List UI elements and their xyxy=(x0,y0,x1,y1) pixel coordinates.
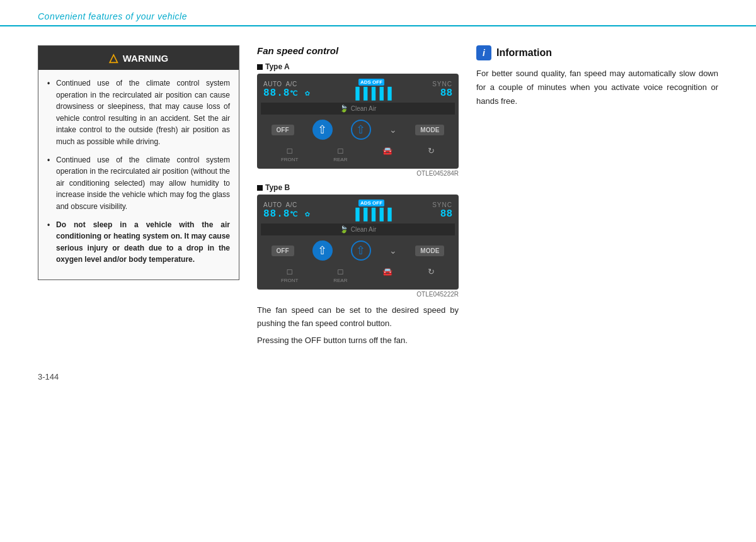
type-a-label: Type A xyxy=(257,62,459,71)
front-label-b: FRONT xyxy=(281,278,299,283)
panel-display-right-b: 88 xyxy=(440,208,452,220)
rear-btn-b: □ REAR xyxy=(333,267,347,283)
main-content: △ WARNING Continued use of the climate c… xyxy=(0,26,756,366)
type-a-square-icon xyxy=(257,64,263,70)
mode-button-b: MODE xyxy=(415,246,444,256)
warning-text-1: Continued use of the climate control sys… xyxy=(56,79,230,146)
leaf-icon-b: 🍃 xyxy=(340,225,348,234)
front-btn-b: □ FRONT xyxy=(281,267,299,283)
front-icon-a: □ xyxy=(287,146,292,155)
page-header: Convenient features of your vehicle xyxy=(0,0,756,26)
warning-triangle-icon: △ xyxy=(109,51,118,65)
chevron-down-b: ⌄ xyxy=(389,246,397,256)
panel-right-section-b: SYNC 88 xyxy=(432,201,452,220)
info-body: For better sound quality, fan speed may … xyxy=(476,67,718,108)
panel-left-section-a: AUTO A/C 88.8℃ ✿ xyxy=(263,81,311,99)
panel-center-top-b: ADS OFF ▐▐▐▐▐ xyxy=(352,200,392,221)
off-button-b: OFF xyxy=(272,246,294,256)
auto-ac-label-a: AUTO A/C xyxy=(263,81,297,88)
panel-display-right-a: 88 xyxy=(440,88,452,99)
clean-air-label-b: Clean Air xyxy=(351,226,377,233)
off-button-a: OFF xyxy=(272,125,294,135)
right-column: i Information For better sound quality, … xyxy=(476,45,718,108)
panel-buttons-row-b: OFF ⇧ ⇧ ⌄ MODE xyxy=(261,238,455,263)
rear-label-b: REAR xyxy=(333,278,347,283)
otle-ref-a: OTLE045284R xyxy=(257,170,459,177)
warning-title: WARNING xyxy=(123,53,169,64)
panel-bottom-row-a: □ FRONT □ REAR 🚘 ↻ xyxy=(261,145,455,164)
panel-top-row-a: AUTO A/C 88.8℃ ✿ ADS OFF ▐▐▐▐▐ SYNC 88 xyxy=(261,79,455,100)
panel-display-left-b: 88.8℃ ✿ xyxy=(263,208,311,220)
ads-off-badge-b: ADS OFF xyxy=(358,200,384,206)
mid-column: Fan speed control Type A AUTO A/C 88.8℃ … xyxy=(257,45,459,347)
rear-icon-a: □ xyxy=(338,146,343,155)
type-a-text: Type A xyxy=(265,62,290,71)
front-icon-b: □ xyxy=(287,267,292,276)
rear-icon-b: □ xyxy=(338,267,343,276)
fan-down-btn-b: ⇧ xyxy=(351,240,371,261)
warning-header: △ WARNING xyxy=(38,46,239,70)
clean-air-row-b: 🍃 Clean Air xyxy=(261,223,455,235)
recirculate-btn-a: ↻ xyxy=(428,146,435,162)
panel-left-section-b: AUTO A/C 88.8℃ ✿ xyxy=(263,201,311,220)
fan-up-btn-b: ⇧ xyxy=(312,240,333,261)
panel-display-left-a: 88.8℃ ✿ xyxy=(263,88,311,99)
page-footer: 3-144 xyxy=(0,366,756,388)
panel-center-top-a: ADS OFF ▐▐▐▐▐ xyxy=(352,79,392,100)
page-title: Convenient features of your vehicle xyxy=(38,11,718,25)
car-icon-a: 🚘 xyxy=(382,146,392,162)
leaf-icon-a: 🍃 xyxy=(340,104,348,113)
left-column: △ WARNING Continued use of the climate c… xyxy=(38,45,239,280)
warning-item-2: Continued use of the climate control sys… xyxy=(47,154,230,213)
fan-speed-description-2: Pressing the OFF button turns off the fa… xyxy=(257,334,459,347)
recirculate-icon-a: ↻ xyxy=(428,146,435,155)
warning-item-1: Continued use of the climate control sys… xyxy=(47,77,230,148)
auto-ac-label-b: AUTO A/C xyxy=(263,201,297,208)
car-symbol-a: 🚘 xyxy=(382,146,392,155)
warning-text-2: Continued use of the climate control sys… xyxy=(56,155,230,211)
rear-label-a: REAR xyxy=(333,157,347,162)
climate-panel-b: AUTO A/C 88.8℃ ✿ ADS OFF ▐▐▐▐▐ SYNC 88 🍃… xyxy=(257,195,459,290)
chevron-down-a: ⌄ xyxy=(389,125,397,135)
info-icon: i xyxy=(476,45,491,60)
sync-label-b: SYNC xyxy=(432,201,452,208)
warning-item-3: Do not sleep in a vehicle with the air c… xyxy=(47,219,230,266)
info-title: Information xyxy=(496,47,552,59)
type-b-square-icon xyxy=(257,185,263,191)
warning-body: Continued use of the climate control sys… xyxy=(38,70,239,279)
car-icon-b: 🚘 xyxy=(382,267,392,283)
car-symbol-b: 🚘 xyxy=(382,267,392,276)
fan-speed-title: Fan speed control xyxy=(257,45,459,56)
fan-down-btn-a: ⇧ xyxy=(351,120,371,140)
front-btn-a: □ FRONT xyxy=(281,146,299,162)
panel-right-section-a: SYNC 88 xyxy=(432,81,452,99)
ads-off-badge-a: ADS OFF xyxy=(358,79,384,86)
otle-ref-b: OTLE045222R xyxy=(257,291,459,298)
panel-top-row-b: AUTO A/C 88.8℃ ✿ ADS OFF ▐▐▐▐▐ SYNC 88 xyxy=(261,200,455,221)
page-number: 3-144 xyxy=(38,372,59,381)
sync-label-a: SYNC xyxy=(432,81,452,88)
info-header: i Information xyxy=(476,45,718,60)
signal-bars-a: ▐▐▐▐▐ xyxy=(352,87,392,100)
climate-panel-a: AUTO A/C 88.8℃ ✿ ADS OFF ▐▐▐▐▐ SYNC 88 🍃… xyxy=(257,74,459,169)
warning-box: △ WARNING Continued use of the climate c… xyxy=(38,45,239,280)
recirculate-btn-b: ↻ xyxy=(428,267,435,283)
warning-text-3: Do not sleep in a vehicle with the air c… xyxy=(56,220,230,264)
front-label-a: FRONT xyxy=(281,157,299,162)
panel-buttons-row-a: OFF ⇧ ⇧ ⌄ MODE xyxy=(261,117,455,142)
type-b-text: Type B xyxy=(265,183,290,192)
signal-bars-b: ▐▐▐▐▐ xyxy=(352,208,392,221)
info-icon-label: i xyxy=(483,48,485,58)
recirculate-icon-b: ↻ xyxy=(428,267,435,276)
type-b-label: Type B xyxy=(257,183,459,192)
mode-button-a: MODE xyxy=(415,125,444,135)
fan-speed-description-1: The fan speed can be set to the desired … xyxy=(257,304,459,330)
fan-up-btn-a: ⇧ xyxy=(312,120,333,140)
panel-bottom-row-b: □ FRONT □ REAR 🚘 ↻ xyxy=(261,266,455,285)
clean-air-row-a: 🍃 Clean Air xyxy=(261,103,455,115)
clean-air-label-a: Clean Air xyxy=(351,105,377,112)
rear-btn-a: □ REAR xyxy=(333,146,347,162)
